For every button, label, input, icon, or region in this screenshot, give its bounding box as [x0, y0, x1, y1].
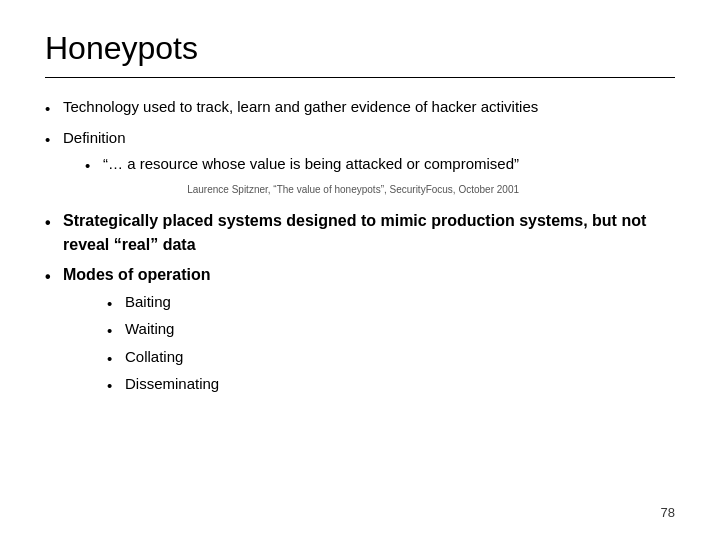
sub-bullet-list: • “… a resource whose value is being att… — [63, 153, 519, 178]
bold-bullet-text: Strategically placed systems designed to… — [63, 209, 675, 257]
list-item: • “… a resource whose value is being att… — [63, 153, 519, 178]
bullet-dot: • — [45, 211, 63, 235]
sub-item-text: Waiting — [125, 318, 174, 341]
list-item: • Modes of operation • Baiting • Waiting — [45, 263, 675, 401]
bullet-content: Definition • “… a resource whose value i… — [63, 127, 519, 203]
bullet-dot: • — [45, 129, 63, 152]
bullet-text: Technology used to track, learn and gath… — [63, 96, 538, 119]
list-item: • Disseminating — [63, 373, 219, 398]
slide-title: Honeypots — [45, 30, 675, 67]
page-number: 78 — [661, 505, 675, 520]
title-divider — [45, 77, 675, 78]
sub-sub-list: • Baiting • Waiting • Collating • — [63, 291, 219, 398]
list-item: • Definition • “… a resource whose value… — [45, 127, 675, 203]
sub-item-text: Disseminating — [125, 373, 219, 396]
list-item: • Collating — [63, 346, 219, 371]
list-item: • Waiting — [63, 318, 219, 343]
sub-item-text: Baiting — [125, 291, 171, 314]
sub-bullet-dot: • — [107, 320, 125, 343]
slide: Honeypots • Technology used to track, le… — [0, 0, 720, 540]
sub-bullet-dot: • — [107, 348, 125, 371]
bold-bullet-list: • Strategically placed systems designed … — [45, 209, 675, 401]
bold-bullet-text: Modes of operation — [63, 266, 211, 283]
sub-bullet-text: “… a resource whose value is being attac… — [103, 153, 519, 176]
bullet-dot: • — [45, 98, 63, 121]
bullet-text: Definition — [63, 129, 126, 146]
slide-content: • Technology used to track, learn and ga… — [45, 96, 675, 401]
sub-bullet-dot: • — [85, 155, 103, 178]
citation-text: Laurence Spitzner, “The value of honeypo… — [63, 182, 519, 197]
list-item: • Baiting — [63, 291, 219, 316]
list-item: • Technology used to track, learn and ga… — [45, 96, 675, 121]
bullet-dot: • — [45, 265, 63, 289]
sub-bullet-dot: • — [107, 293, 125, 316]
sub-item-text: Collating — [125, 346, 183, 369]
sub-bullet-dot: • — [107, 375, 125, 398]
list-item: • Strategically placed systems designed … — [45, 209, 675, 257]
bullet-content: Modes of operation • Baiting • Waiting • — [63, 263, 219, 401]
main-bullet-list: • Technology used to track, learn and ga… — [45, 96, 675, 203]
